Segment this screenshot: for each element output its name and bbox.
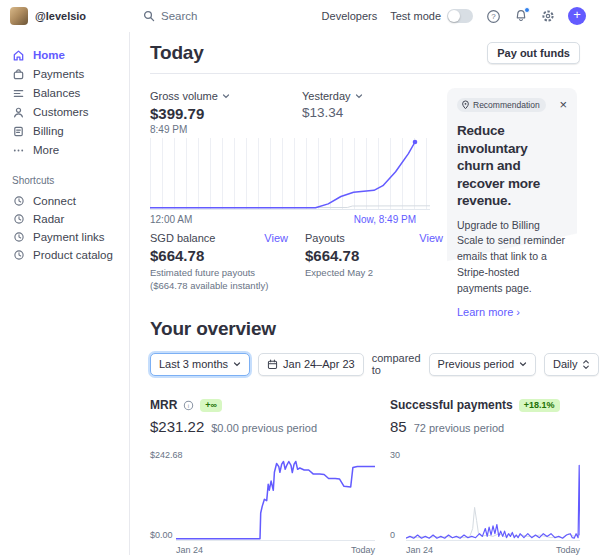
shortcut-label: Connect <box>33 195 76 207</box>
granularity-select[interactable]: Daily <box>544 353 599 376</box>
overview-filters: Last 3 months Jan 24–Apr 23 compared to … <box>150 352 580 376</box>
create-button[interactable]: + <box>568 7 586 25</box>
sidebar-item-customers[interactable]: Customers <box>12 103 129 121</box>
notifications-icon[interactable] <box>514 9 528 23</box>
sidebar-item-balances[interactable]: Balances <box>12 84 129 102</box>
chevron-down-icon <box>519 360 527 368</box>
svg-text:?: ? <box>491 12 496 21</box>
payouts-view-link[interactable]: View <box>419 232 443 244</box>
svg-text:i: i <box>188 402 189 408</box>
help-icon[interactable]: ? <box>486 9 501 24</box>
billing-icon <box>12 125 25 138</box>
calendar-icon <box>267 359 278 370</box>
toggle-knob <box>448 10 460 22</box>
up-down-icon <box>582 359 590 370</box>
search-input[interactable]: Search <box>142 10 322 23</box>
page-title-today: Today <box>150 42 204 64</box>
developers-link[interactable]: Developers <box>322 10 378 22</box>
y-axis-min-label: 0 <box>390 530 395 540</box>
sidebar-item-label: More <box>33 144 59 156</box>
chevron-down-icon <box>222 92 230 100</box>
close-icon[interactable]: × <box>559 100 567 110</box>
gross-volume-stat: Gross volume $399.79 8:49 PM <box>150 90 302 135</box>
y-axis-max-label: 30 <box>390 450 400 460</box>
mrr-previous: $0.00 previous period <box>211 422 317 434</box>
sidebar-item-payment-links[interactable]: Payment links <box>12 228 129 246</box>
sidebar-item-label: Payments <box>33 68 84 80</box>
date-range-select[interactable]: Last 3 months <box>150 353 250 376</box>
payments-count: 85 <box>390 418 407 435</box>
sidebar-item-label: Billing <box>33 125 64 137</box>
sidebar-item-label: Balances <box>33 87 80 99</box>
x-axis-start-label: Jan 24 <box>406 545 433 555</box>
sidebar-item-home[interactable]: Home <box>12 46 129 64</box>
successful-payments-chart-block: 30 0 Jan 24 Today <box>390 450 580 555</box>
gross-volume-dropdown[interactable]: Gross volume <box>150 90 302 102</box>
stripe-dashboard: @levelsio Search Developers Test mode ? <box>0 0 600 555</box>
payments-icon <box>12 68 25 81</box>
pay-out-funds-button[interactable]: Pay out funds <box>487 42 580 64</box>
x-axis-end-label: Today <box>351 545 375 555</box>
mrr-label: MRR <box>150 398 177 412</box>
recommendation-badge: Recommendation <box>457 98 546 112</box>
shortcut-label: Radar <box>33 213 64 225</box>
sgd-balance-label: SGD balance <box>150 232 215 244</box>
learn-more-link[interactable]: Learn more › <box>457 306 567 318</box>
sgd-balance-card: SGD balance View $664.78 Estimated futur… <box>150 232 288 293</box>
shortcut-label: Product catalog <box>33 249 113 261</box>
payouts-label: Payouts <box>305 232 345 244</box>
balances-icon <box>12 87 25 100</box>
chevron-down-icon <box>233 360 241 368</box>
home-icon <box>12 49 25 62</box>
page-title-overview: Your overview <box>150 318 276 340</box>
test-mode-label: Test mode <box>390 10 441 22</box>
custom-date-range-button[interactable]: Jan 24–Apr 23 <box>258 353 364 376</box>
recommendation-card: Recommendation × Reduce involuntary chur… <box>447 88 577 300</box>
yesterday-dropdown[interactable]: Yesterday <box>302 90 454 102</box>
settings-icon[interactable] <box>541 9 555 23</box>
payouts-card: Payouts View $664.78 Expected May 2 <box>305 232 443 293</box>
sidebar-item-label: Home <box>33 49 65 61</box>
successful-payments-label: Successful payments <box>390 398 513 412</box>
clock-icon <box>12 231 25 244</box>
sidebar-item-payments[interactable]: Payments <box>12 65 129 83</box>
recommendation-title: Reduce involuntary churn and recover mor… <box>457 122 567 210</box>
search-placeholder: Search <box>161 10 197 22</box>
chevron-down-icon <box>355 92 363 100</box>
topbar-actions: Developers Test mode ? + <box>322 7 600 25</box>
sgd-balance-view-link[interactable]: View <box>264 232 288 244</box>
sidebar-item-product-catalog[interactable]: Product catalog <box>12 246 129 264</box>
comparison-select[interactable]: Previous period <box>429 353 536 376</box>
test-mode-toggle[interactable] <box>447 9 473 23</box>
yesterday-stat: Yesterday $13.34 <box>302 90 454 135</box>
mrr-chart <box>176 456 375 541</box>
compared-to-label: compared to <box>372 352 421 376</box>
recommendation-body: Upgrade to Billing Scale to send reminde… <box>457 218 567 297</box>
notification-dot <box>524 7 530 13</box>
mrr-value: $231.22 <box>150 418 204 435</box>
sidebar-item-connect[interactable]: Connect <box>12 192 129 210</box>
x-axis-start-label: Jan 24 <box>176 545 203 555</box>
payments-change-badge: +18.1% <box>519 399 560 412</box>
account-name: @levelsio <box>35 10 86 22</box>
gross-volume-chart <box>150 138 430 210</box>
info-icon[interactable]: i <box>183 400 194 411</box>
more-icon <box>12 144 25 157</box>
chart-now-label: Now, 8:49 PM <box>354 214 416 225</box>
sidebar-item-billing[interactable]: Billing <box>12 122 129 140</box>
sidebar-item-radar[interactable]: Radar <box>12 210 129 228</box>
sidebar-item-more[interactable]: More <box>12 141 129 159</box>
x-axis-end-label: Today <box>556 545 580 555</box>
successful-payments-metric: Successful payments +18.1% 85 72 previou… <box>390 398 590 435</box>
clock-icon <box>12 195 25 208</box>
recommendation-pin-icon <box>461 100 470 110</box>
account-switcher[interactable]: @levelsio <box>0 7 142 25</box>
sgd-balance-note: Estimated future payouts ($664.78 availa… <box>150 267 288 293</box>
payouts-value: $664.78 <box>305 247 443 264</box>
gross-volume-value: $399.79 <box>150 105 302 122</box>
clock-icon <box>12 249 25 262</box>
yesterday-value: $13.34 <box>302 105 454 120</box>
section-divider <box>150 73 580 74</box>
shortcut-label: Payment links <box>33 231 105 243</box>
mrr-change-badge: +∞ <box>200 399 222 412</box>
